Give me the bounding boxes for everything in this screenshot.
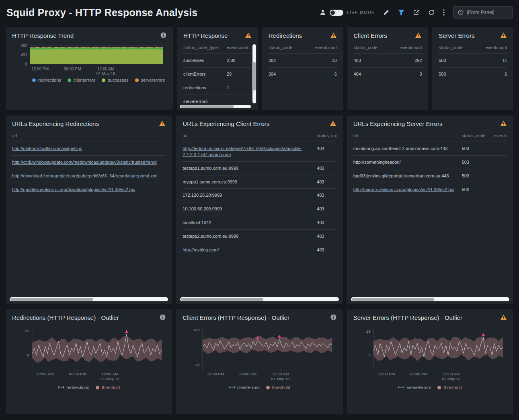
legend-item-threshold[interactable]: threshold xyxy=(96,385,120,390)
column-header-eventcount[interactable]: eventcount xyxy=(494,130,507,142)
legend-item-redirections[interactable]: redirections xyxy=(32,78,61,82)
warning-icon[interactable] xyxy=(330,32,337,38)
table-cell: redirections xyxy=(183,81,227,95)
legend-item-servererrors[interactable]: servererrors xyxy=(135,78,165,82)
table-cell: successes xyxy=(183,54,227,68)
column-header-url[interactable]: url xyxy=(12,130,166,142)
legend-item-successes[interactable]: successes xyxy=(102,78,128,82)
trend-chart: 982491012:00 PM06:00 PM12:00 AM01 May 18 xyxy=(12,42,166,76)
table-cell: testapp1.sumo.com.eu:9999 xyxy=(183,161,317,175)
warning-icon[interactable] xyxy=(500,314,507,320)
horizontal-scrollbar[interactable] xyxy=(180,297,338,301)
table-cell: http://download.fedoraproject.org/pub/ep… xyxy=(12,169,166,183)
legend-item-redirections[interactable]: redirections xyxy=(58,385,89,390)
table-row: localhost:1342403 xyxy=(183,216,336,230)
user-icon[interactable] xyxy=(320,9,326,16)
panel-urls-redirections: URLs Experiencing Redirections urlhttp:/… xyxy=(6,115,172,304)
table-row: 50311 xyxy=(439,54,507,68)
column-header-eventcount[interactable]: eventcount xyxy=(227,42,252,54)
url-link[interactable]: http://platform.twitter.com/widgets.js xyxy=(12,146,82,151)
legend-item-serverErrors[interactable]: serverErrors xyxy=(398,385,431,390)
svg-text:12:00 PM: 12:00 PM xyxy=(31,67,49,71)
column-header-status_code[interactable]: status_code xyxy=(354,42,394,54)
legend-item-clientErrors[interactable]: clientErrors xyxy=(229,385,260,390)
series-dot-icon xyxy=(32,78,36,82)
column-header-url[interactable]: url xyxy=(353,130,462,142)
column-header-eventcount[interactable]: eventcount xyxy=(309,42,337,54)
warning-icon[interactable] xyxy=(245,32,252,38)
url-link[interactable]: http://fedora.us.mirror.net/epel/7/x86_6… xyxy=(183,146,302,157)
share-icon[interactable] xyxy=(413,9,420,16)
table-cell: 403 xyxy=(317,216,336,230)
panel-urls-server-errors: URLs Experiencing Server Errors urlstatu… xyxy=(347,115,513,304)
panel-server-errors: Server Errors status_codeeventcount50311… xyxy=(432,27,513,110)
urls-server-errors-table: urlstatus_codeeventcountmonitoring.ap-so… xyxy=(353,130,507,196)
scrollbar-thumb[interactable] xyxy=(253,62,256,91)
table-row: 30213 xyxy=(269,54,337,68)
panel-title: Client Errors xyxy=(354,32,387,39)
legend-item-threshold[interactable]: threshold xyxy=(266,385,290,390)
column-header-url[interactable]: url xyxy=(183,130,317,142)
outlier-legend: serverErrorsthreshold xyxy=(353,385,507,390)
legend-label: successes xyxy=(108,78,128,82)
table-row: bpd03tjenkins.glideportal.transurban.com… xyxy=(353,169,507,183)
info-icon[interactable] xyxy=(160,314,166,320)
table-cell: 404 xyxy=(354,67,394,81)
horizontal-scrollbar[interactable] xyxy=(351,297,509,301)
time-range-selector[interactable]: [From Panel] xyxy=(453,6,513,19)
column-header-status_code_type[interactable]: status_code_type xyxy=(183,42,227,54)
panel-http-response-trend: HTTP Response Trend 982491012:00 PM06:00… xyxy=(6,27,173,110)
column-header-status_code[interactable]: status_code xyxy=(269,42,309,54)
info-icon[interactable] xyxy=(160,32,166,38)
legend-label: serverErrors xyxy=(407,385,431,390)
outlier-chart-server-errors: 19712:00 PM06:00 PM12:00 AM01 May 18 xyxy=(353,324,507,381)
refresh-icon[interactable] xyxy=(428,9,435,16)
table-cell xyxy=(494,169,507,183)
scrollbar-thumb[interactable] xyxy=(181,105,234,108)
url-link[interactable]: http://ctldl.windowsupdate.com/msdownloa… xyxy=(12,160,157,165)
table-row: 403292 xyxy=(354,54,422,68)
column-header-status_code[interactable]: status_code xyxy=(317,130,336,142)
table-cell: 3 xyxy=(394,67,422,81)
edit-icon[interactable] xyxy=(383,9,390,16)
column-header-status_code[interactable]: status_code xyxy=(439,42,479,54)
table-row: http://download.fedoraproject.org/pub/ep… xyxy=(12,169,166,183)
filter-icon[interactable] xyxy=(398,10,404,16)
table-cell: 403 xyxy=(317,243,336,257)
url-link[interactable]: http://updates.jenkins-ci.org/download/p… xyxy=(12,187,135,192)
table-row: http://fedora.us.mirror.net/epel/7/x86_6… xyxy=(183,142,336,162)
warning-icon[interactable] xyxy=(330,120,336,126)
horizontal-scrollbar[interactable] xyxy=(10,297,168,301)
server-errors-table: status_codeeventcount503115006 xyxy=(439,42,507,81)
warning-icon[interactable] xyxy=(500,32,507,38)
table-cell: http://somethingheadon/ xyxy=(353,155,462,169)
column-header-status_code[interactable]: status_code xyxy=(462,130,494,142)
warning-icon[interactable] xyxy=(415,32,422,38)
url-link[interactable]: http://myblog.com/ xyxy=(183,247,219,252)
info-icon[interactable] xyxy=(330,314,336,320)
table-row: http://somethingheadon/503 xyxy=(353,155,507,169)
live-mode-toggle[interactable] xyxy=(330,10,343,16)
scrollbar-thumb[interactable] xyxy=(352,298,434,301)
column-header-eventcount[interactable]: eventcount xyxy=(479,42,507,54)
table-cell: myapp1.sumo.com.eu:9999 xyxy=(183,175,317,189)
warning-icon[interactable] xyxy=(500,120,507,126)
table-row: 172.120.25.20:9999403 xyxy=(183,189,336,202)
vertical-scrollbar[interactable] xyxy=(252,44,256,103)
table-row: testapp1.sumo.com.eu:9999403 xyxy=(183,161,336,175)
table-cell: 10.100.50.200:9999 xyxy=(183,202,317,216)
scrollbar-thumb[interactable] xyxy=(10,298,93,301)
url-link[interactable]: http://download.fedoraproject.org/pub/ep… xyxy=(12,173,157,178)
column-header-eventcount[interactable]: eventcount xyxy=(394,42,422,54)
table-cell: clientErrors xyxy=(183,67,227,81)
legend-item-clienterrors[interactable]: clienterrors xyxy=(68,78,95,82)
warning-icon[interactable] xyxy=(159,120,166,126)
table-row: http://updates.jenkins-ci.org/download/p… xyxy=(12,183,166,196)
more-options-icon[interactable] xyxy=(443,9,445,16)
horizontal-scrollbar[interactable] xyxy=(180,105,251,108)
url-link[interactable]: http://mirrors.jenkins-ci.org/plugins/ec… xyxy=(353,187,454,192)
scrollbar-thumb[interactable] xyxy=(181,298,263,301)
table-cell: localhost:1342 xyxy=(183,216,317,230)
legend-item-threshold[interactable]: threshold xyxy=(437,385,462,390)
svg-text:982: 982 xyxy=(21,43,27,48)
